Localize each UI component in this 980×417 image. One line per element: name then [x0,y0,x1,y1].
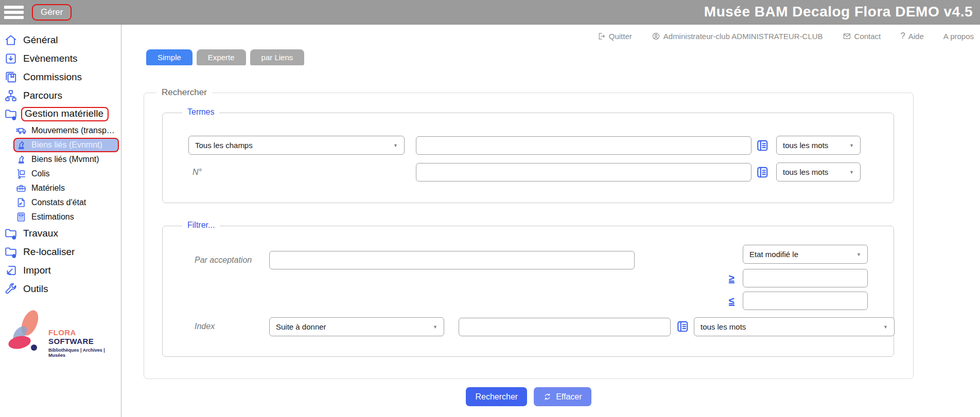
about-link[interactable]: A propos [943,32,974,41]
terms-input[interactable] [416,136,751,155]
help-label: Aide [908,32,924,41]
num-input[interactable] [416,163,751,182]
mode-select-1[interactable]: tous les mots ▼ [776,136,861,155]
quit-link[interactable]: Quitter [597,32,632,41]
effacer-button[interactable]: Effacer [534,387,591,406]
sidebar-nav: Général Evènements Commissions Parcours [0,31,121,298]
sidebar-item-label: Evènements [23,53,78,64]
search-tabs: Simple Experte par Liens [146,49,304,65]
index-field-value: Suite à donner [276,322,326,331]
question-mark-icon: ? [900,31,905,41]
mode-select-1-value: tous les mots [783,141,828,150]
index-label: Index [195,322,215,331]
termes-row-1: Tous les champs ▼ tous les mots ▼ [163,136,894,155]
caret-down-icon: ▼ [883,324,888,330]
index-input[interactable] [459,318,671,336]
contact-link[interactable]: Contact [843,32,881,41]
mode-select-2[interactable]: tous les mots ▼ [776,162,861,182]
gerer-menu-button[interactable]: Gérer [32,4,72,21]
hamburger-menu-icon[interactable] [4,6,24,19]
mode-select-2-value: tous les mots [783,168,828,176]
sidebar-item-commissions[interactable]: Commissions [0,68,121,86]
sidebar-item-label: Matériels [31,184,65,193]
etat-modifie-value: Etat modifié le [749,250,798,259]
sidebar-item-mouvements[interactable]: Mouvements (transp… [0,123,121,138]
lte-link[interactable]: ≤ [729,295,734,307]
logo-software: SOFTWARE [48,337,94,346]
sidebar-item-estimations[interactable]: Estimations [0,210,121,224]
logo-brand-text: FLORA SOFTWARE [48,328,116,346]
sidebar-item-constats-detat[interactable]: Constats d'état [0,195,121,210]
index-mode-select[interactable]: tous les mots ▼ [694,317,895,336]
home-icon [4,33,18,47]
main-content: Quitter Administrateur-club ADMINISTRATE… [122,25,980,417]
about-label: A propos [943,32,974,41]
user-icon [652,32,660,41]
sidebar-item-relocaliser[interactable]: Re-localiser [0,243,121,261]
calculator-icon [15,211,27,223]
tab-experte[interactable]: Experte [197,49,246,65]
commissions-icon [4,70,18,84]
etat-modifie-select[interactable]: Etat modifié le ▼ [743,245,868,264]
sidebar-item-label: Biens liés (Mvmnt) [31,155,99,164]
tab-par-liens[interactable]: par Liens [250,49,305,65]
sidebar-item-label: Mouvements (transp… [31,126,115,135]
sidebar-item-label: Constats d'état [31,198,86,207]
sidebar-item-biens-lies-mvmnt[interactable]: Biens liés (Mvmnt) [0,152,121,167]
sidebar-item-colis[interactable]: Colis [0,167,121,181]
caret-down-icon: ▼ [849,143,854,148]
sidebar-item-label: Commissions [23,71,82,83]
acceptation-input[interactable] [269,251,635,269]
tab-simple[interactable]: Simple [146,49,192,65]
rechercher-button[interactable]: Rechercher [466,387,527,406]
index-lookup-icon[interactable] [756,166,769,179]
lte-input[interactable] [743,292,868,310]
gte-link[interactable]: ≥ [729,273,734,284]
folder-globe-icon [4,107,18,121]
field-select-value: Tous les champs [195,141,253,150]
index-lookup-icon[interactable] [756,139,769,152]
field-select[interactable]: Tous les champs ▼ [188,136,405,155]
index-lookup-icon[interactable] [676,320,689,333]
sidebar-item-general[interactable]: Général [0,31,121,49]
index-field-select[interactable]: Suite à donner ▼ [269,317,444,336]
sidebar-item-import[interactable]: Import [0,261,121,280]
caret-down-icon: ▼ [433,324,437,330]
statue-icon [15,139,27,151]
user-bar: Quitter Administrateur-club ADMINISTRATE… [597,31,974,41]
refresh-icon [543,392,552,401]
help-link[interactable]: ? Aide [900,31,924,41]
filtrer-legend: Filtrer... [182,221,220,230]
wrench-icon [4,282,18,296]
sidebar-item-parcours[interactable]: Parcours [0,86,121,105]
app-title: Musée BAM Decalog Flora DEMO v4.5 [704,4,973,20]
sidebar-item-label: Re-localiser [23,246,75,258]
sidebar-item-label: Colis [31,169,50,178]
acceptation-label: Par acceptation [195,256,252,265]
event-box-icon [4,52,18,65]
gte-input[interactable] [743,269,868,287]
sidebar-item-label: Biens liés (Evnmnt) [31,140,102,150]
sidebar-item-biens-lies-evnmnt[interactable]: Biens liés (Evnmnt) [0,138,121,152]
sidebar-item-materiels[interactable]: Matériels [0,181,121,195]
sidebar-item-label: Import [23,265,51,276]
document-icon [15,197,27,208]
caret-down-icon: ▼ [856,252,861,257]
index-mode-value: tous les mots [701,322,746,331]
folder-globe-icon [4,227,18,240]
flora-software-logo: FLORA SOFTWARE Bibliothèques | Archives … [3,306,116,363]
user-name: Administrateur-club ADMINISTRATEUR-CLUB [663,32,823,41]
sidebar-item-outils[interactable]: Outils [0,280,121,298]
termes-legend: Termes [182,107,219,117]
import-icon [4,264,18,277]
caret-down-icon: ▼ [393,143,398,148]
sidebar-item-travaux[interactable]: Travaux [0,224,121,243]
sidebar-item-evenements[interactable]: Evènements [0,49,121,68]
statue-icon [15,154,27,165]
filtrer-fieldset: Filtrer... Par acceptation Etat modifié … [162,226,894,357]
top-bar: Gérer Musée BAM Decalog Flora DEMO v4.5 [0,0,980,25]
logout-icon [597,32,606,41]
logo-flora: FLORA [48,328,76,337]
sidebar-item-gestion-materielle[interactable]: Gestion matérielle [0,105,121,123]
user-account[interactable]: Administrateur-club ADMINISTRATEUR-CLUB [652,32,823,41]
